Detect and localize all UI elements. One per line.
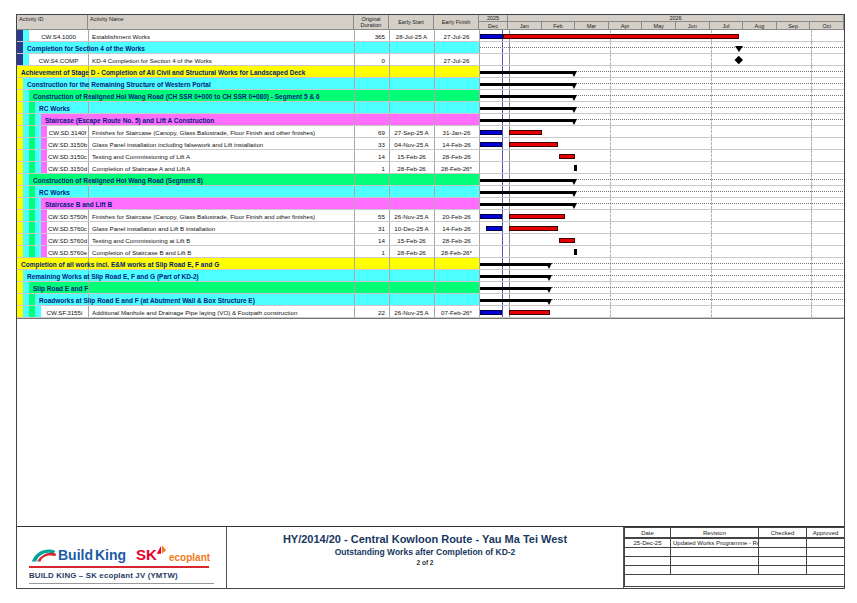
revision-column-header: Revision (670, 527, 759, 538)
group-band-row: Slip Road E and F (17, 282, 844, 294)
early-start: 26-Nov-25 A (389, 309, 434, 316)
band-label: RC Works (39, 105, 70, 112)
summary-end-arrow (571, 83, 577, 89)
early-start: 28-Jul-25 A (389, 33, 434, 40)
quarter-gridline (610, 54, 611, 65)
column-gridline (389, 294, 390, 305)
gantt-row-area (480, 150, 844, 161)
early-finish: 28-Feb-26* (434, 165, 479, 172)
quarter-gridline (509, 162, 510, 173)
bar-summary (480, 203, 575, 206)
band-label: Staircase B and Lift B (45, 201, 112, 208)
gantt-row-area (480, 246, 844, 257)
column-gridline (389, 186, 390, 197)
quarter-gridline (711, 126, 712, 137)
quarter-gridline (811, 126, 812, 137)
original-duration: 22 (354, 309, 385, 316)
band-label: Remaining Works at Slip Road E, F and G … (27, 273, 199, 280)
gantt-row-area (480, 54, 844, 65)
gantt-row-area (480, 294, 844, 305)
timescale-year: 2026 (508, 15, 844, 22)
revision-column-header: Date (624, 527, 671, 538)
column-gridline (389, 78, 390, 89)
activity-row: CW.SF.3155iAdditional Manhole and Draina… (17, 306, 844, 318)
column-gridline (434, 114, 435, 125)
activity-row: CW.SD.3150bGlass Panel installation incl… (17, 138, 844, 150)
data-date-line (502, 150, 503, 161)
activity-row: CW.SD.3150dCompletion of Staircase A and… (17, 162, 844, 174)
sk-ecoplant-logo: SK (136, 546, 157, 563)
gantt-row-area (480, 138, 844, 149)
early-start: 27-Sep-25 A (389, 129, 434, 136)
column-gridline (434, 198, 435, 209)
quarter-gridline (811, 210, 812, 221)
group-band-row: Completion for Section 4 of the Works (17, 42, 844, 54)
quarter-gridline (610, 150, 611, 161)
bar-summary (480, 299, 550, 302)
quarter-gridline (711, 306, 712, 317)
original-duration: 0 (354, 57, 385, 64)
quarter-gridline (610, 138, 611, 149)
data-date-line (502, 126, 503, 137)
band-label: Roadworks at Slip Road E and F (at Abutm… (39, 297, 255, 304)
column-gridline (389, 54, 390, 65)
indent-stripe (23, 174, 29, 185)
data-date-line (502, 138, 503, 149)
band-label: Completion of all works incl. E&M works … (21, 261, 219, 268)
bar-remaining (509, 214, 565, 219)
original-duration: 55 (354, 213, 385, 220)
bar-remaining (509, 310, 550, 315)
band-label: Construction for the Remaining Structure… (27, 81, 211, 88)
activity-name: Glass Panel installation and Lift B inst… (92, 225, 350, 232)
quarter-gridline (711, 222, 712, 233)
activity-name: Additional Manhole and Drainage Pipe lay… (92, 309, 350, 316)
build-king-swoosh-icon (31, 546, 57, 563)
original-duration: 1 (354, 249, 385, 256)
bar-actual (480, 34, 503, 39)
gantt-row-area (480, 42, 844, 53)
column-gridline (389, 270, 390, 281)
summary-end-arrow (571, 107, 577, 113)
column-gridline (434, 42, 435, 53)
indent-stripe (29, 186, 35, 197)
activity-id: CW.SD.3150b (47, 141, 88, 148)
gantt-row-area (480, 306, 844, 317)
quarter-gridline (610, 126, 611, 137)
column-gridline (88, 234, 89, 245)
completion-tick (574, 165, 577, 171)
bar-summary (480, 287, 550, 290)
quarter-gridline (509, 54, 510, 65)
quarter-gridline (811, 222, 812, 233)
indent-stripe (35, 114, 41, 125)
indent-stripe (17, 42, 23, 53)
band-label: Achievement of Stage D - Completion of A… (21, 69, 305, 76)
page-number: 2 of 2 (227, 559, 623, 566)
activity-name: Establishment Works (92, 33, 350, 40)
group-band-row: Completion of all works incl. E&M works … (17, 258, 844, 270)
bar-actual (486, 226, 502, 231)
activity-id: CW.S4.1000 (29, 33, 88, 40)
bar-remaining (559, 154, 575, 159)
group-band-row: Construction of Realigned Hoi Wang Road … (17, 174, 844, 186)
bar-summary (480, 71, 575, 74)
quarter-gridline (711, 138, 712, 149)
band-label: Staircase (Escape Route No. 5) and Lift … (45, 117, 214, 124)
band-label: Construction of Realigned Hoi Wang Road … (33, 93, 320, 100)
bar-summary (480, 275, 550, 278)
bar-actual (480, 310, 502, 315)
quarter-gridline (610, 222, 611, 233)
gantt-row-area (480, 102, 844, 113)
early-start: 28-Feb-26 (389, 249, 434, 256)
quarter-gridline (811, 234, 812, 245)
original-duration: 365 (354, 33, 385, 40)
quarter-gridline (711, 246, 712, 257)
original-duration: 1 (354, 165, 385, 172)
activity-name: Testing and Commissioning of Lift A (92, 153, 350, 160)
quarter-gridline (610, 234, 611, 245)
quarter-gridline (610, 162, 611, 173)
column-gridline (389, 282, 390, 293)
timescale-month: Jul (710, 22, 744, 30)
timescale-month: Aug (743, 22, 777, 30)
gantt-row-area (480, 114, 844, 125)
group-band-row: Construction for the Remaining Structure… (17, 78, 844, 90)
